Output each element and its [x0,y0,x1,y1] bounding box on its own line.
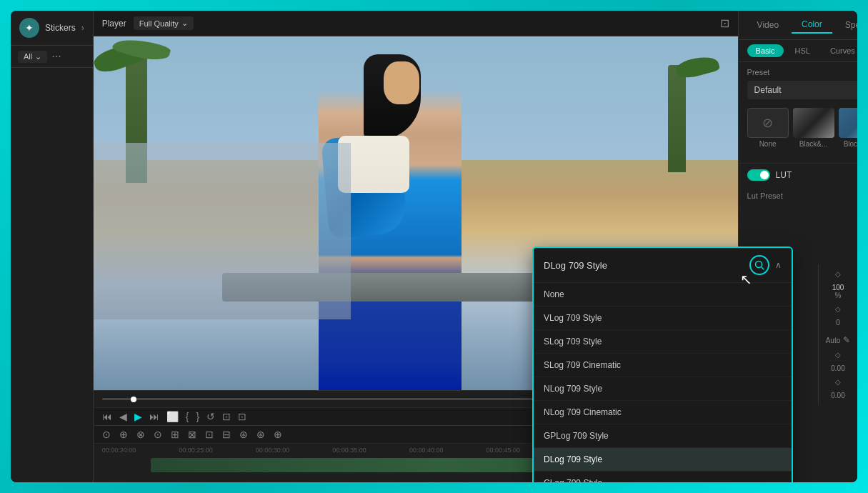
preset-dropdown[interactable]: Default ⌄ [747,81,857,99]
preset-thumb-none-img [747,108,789,138]
lut-toggle[interactable] [747,169,770,181]
dropdown-item-nlog-cinematic[interactable]: NLog 709 Cinematic [534,401,792,424]
quality-selector[interactable]: Full Quality ⌄ [134,16,194,30]
video-toolbar: Player Full Quality ⌄ ⊡ [94,11,738,36]
slider-diamond-3[interactable]: ◇ [835,351,841,359]
timeline-icon-6[interactable]: ⊠ [188,429,196,440]
dropdown-item-clog[interactable]: CLog 709 Style [534,472,792,482]
slider-diamond-1[interactable]: ◇ [835,270,841,278]
play-btn[interactable]: ▶ [134,411,142,422]
slider-value-2: 0.00 [831,364,844,372]
sub-tabs: Basic HSL Curves Color Wheels ⊡ ⌄ [739,40,857,62]
sub-tab-basic[interactable]: Basic [747,44,784,57]
timeline-icon-4[interactable]: ⊙ [154,429,162,440]
slider-diamond-4[interactable]: ◇ [835,378,841,386]
main-container: ✦ Stickers › All ⌄ ··· Player Full Quali… [11,11,857,482]
slider-diamond-2[interactable]: ◇ [835,305,841,313]
dropdown-item-slog-cinematic[interactable]: SLog 709 Cinematic [534,354,792,377]
opacity-value: 100 [832,284,844,292]
slider-value-1: 0 [836,319,840,327]
bracket-left-btn[interactable]: { [186,411,189,422]
left-panel-filters: All ⌄ ··· [11,46,93,68]
preset-none[interactable]: None [747,108,789,148]
timeline-icon-7[interactable]: ⊡ [205,429,214,440]
lut-preset-row: Lut Preset ↺ 🗑 Add [739,186,857,207]
prev-frame-btn[interactable]: ◀ [119,411,127,422]
dropdown-item-gplog[interactable]: GPLog 709 Style [534,424,792,448]
face [384,61,419,104]
preset-blackwhite[interactable]: Black&... [793,108,834,148]
next-frame-btn[interactable]: ⏭ [149,411,159,422]
tab-video[interactable]: Video [747,16,789,34]
left-panel-header: ✦ Stickers › [11,11,93,46]
tab-color[interactable]: Color [792,16,832,34]
preset-label: Preset [747,68,857,76]
opacity-pct: % [835,292,842,299]
lut-dropdown: DLog 709 Style ∧ ↖ None VLog 709 Style [532,246,793,482]
edit-pencil-icon[interactable]: ✎ [843,335,850,345]
opacity-control: 100 % [832,284,844,299]
loop-btn[interactable]: ↺ [206,411,215,422]
svg-point-0 [756,262,762,268]
timeline-icon-11[interactable]: ⊕ [274,429,282,440]
timeline-icon-10[interactable]: ⊛ [256,429,265,440]
auto-row: Auto ✎ [826,335,851,345]
preset-thumbnails: None Black&... Blockbu... Boost C... Bri… [747,105,857,151]
sticker-icon: ✦ [19,18,39,38]
screen-icon[interactable]: ⊡ [720,16,729,30]
preset-blockbuster[interactable]: Blockbu... [839,108,857,148]
sticker-label: Stickers [45,23,76,33]
sub-tab-curves[interactable]: Curves [822,44,857,57]
buildings-bg [94,143,351,320]
sub-tab-hsl[interactable]: HSL [787,44,819,57]
timeline-icon-5[interactable]: ⊞ [171,429,179,440]
auto-label: Auto [826,337,841,344]
dropdown-item-slog[interactable]: SLog 709 Style [534,330,792,354]
crop-btn[interactable]: ⊡ [238,411,246,422]
progress-indicator [131,397,136,402]
dropdown-search-icon[interactable] [749,255,769,275]
preset-section: Preset Default ⌄ None Black&... Blockbu.… [739,62,857,163]
chevron-right-icon: › [81,23,84,33]
palm-trunk-right [668,65,686,172]
bracket-right-btn[interactable]: } [196,411,199,422]
player-label: Player [102,19,126,29]
filter-more-icon[interactable]: ··· [51,50,61,63]
step-back-btn[interactable]: ⏮ [102,411,112,422]
dropdown-up-arrow-icon[interactable]: ∧ [775,260,782,270]
timeline-icon-3[interactable]: ⊗ [136,429,145,440]
lut-preset-label: Lut Preset [747,191,790,200]
dropdown-selected-value: DLog 709 Style [544,260,607,271]
filter-all[interactable]: All ⌄ [18,51,47,63]
timeline-icon-2[interactable]: ⊕ [119,429,128,440]
dropdown-item-vlog[interactable]: VLog 709 Style [534,307,792,330]
right-panel-tabs: Video Color Speed [739,11,857,40]
preset-thumb-bw-img [793,108,834,138]
left-panel: ✦ Stickers › All ⌄ ··· [11,11,94,482]
dropdown-list: None VLog 709 Style SLog 709 Style SLog … [534,283,792,482]
slider-value-3: 0.00 [831,392,844,399]
tab-speed[interactable]: Speed [835,16,857,34]
dot-indicator [747,151,857,157]
toolbar-right-icons: ⊡ [720,16,729,30]
preset-bw-label: Black&... [799,140,827,148]
fullscreen-btn[interactable]: ⬜ [166,411,179,422]
lut-row: LUT ↺ ◇ [739,163,857,186]
lut-label: LUT [776,170,792,180]
dropdown-item-none[interactable]: None [534,283,792,307]
preset-bb-label: Blockbu... [844,140,857,148]
dropdown-item-dlog[interactable]: DLog 709 Style [534,448,792,472]
timeline-icon-1[interactable]: ⊙ [102,429,111,440]
timeline-icon-9[interactable]: ⊛ [239,429,248,440]
sliders-section: ◇ 100 % ◇ 0 Auto ✎ ◇ 0.00 ◇ 0.00 [818,264,857,405]
preset-thumb-bb-img [839,108,857,138]
dropdown-header: DLog 709 Style ∧ [534,248,792,283]
dropdown-controls: ∧ [749,255,782,275]
svg-line-1 [762,267,764,269]
dropdown-item-nlog[interactable]: NLog 709 Style [534,377,792,401]
screen-btn[interactable]: ⊡ [222,411,231,422]
timeline-icon-8[interactable]: ⊟ [222,429,231,440]
preset-none-label: None [759,140,777,148]
